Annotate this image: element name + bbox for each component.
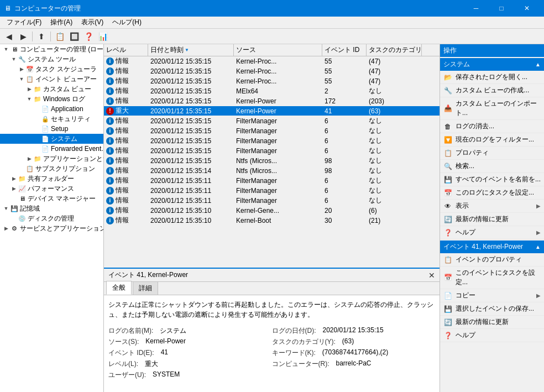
tree-item-event-viewer[interactable]: ▼ 📋 イベント ビューアー <box>0 74 103 84</box>
action-item[interactable]: 🔄 最新の情報に更新 <box>440 213 544 226</box>
tree-item-services-apps[interactable]: ▶ ⚙ サービスとアプリケーション <box>0 223 103 233</box>
detail-close-button[interactable]: ✕ <box>428 271 435 280</box>
level-text: 情報 <box>116 76 129 86</box>
tree-item-subscriptions[interactable]: 📋 サブスクリプション <box>0 164 103 174</box>
action-item[interactable]: 💾 すべてのイベントを名前を... <box>440 173 544 186</box>
action-item[interactable]: 📅 このイベントにタスクを設定... <box>440 266 544 289</box>
event-row[interactable]: i 情報 2020/01/12 15:35:15 MElx64 2 なし <box>104 86 440 96</box>
tree-item-system-tools[interactable]: ▼ 🔧 システム ツール <box>0 54 103 64</box>
level-text: 情報 <box>116 86 129 96</box>
event-row[interactable]: i 情報 2020/01/12 15:35:15 Kernel-Proc... … <box>104 66 440 76</box>
col-header-task[interactable]: タスクのカテゴリ <box>367 44 422 56</box>
action-item[interactable]: 📋 イベントのプロパティ <box>440 253 544 266</box>
action-item[interactable]: ❓ ヘルプ <box>440 329 544 342</box>
field-value: 2020/01/12 15:35:15 <box>323 326 384 336</box>
back-button[interactable]: ◀ <box>2 30 15 43</box>
action-label: コピー <box>456 291 475 300</box>
properties-button[interactable]: 🔲 <box>67 30 81 43</box>
cell-level: i 情報 <box>104 56 148 66</box>
event-row[interactable]: i 情報 2020/01/12 15:35:15 Kernel-Proc... … <box>104 76 440 86</box>
tab-general[interactable]: 全般 <box>106 281 132 295</box>
action-item[interactable]: 📋 プロパティ <box>440 147 544 160</box>
action-item[interactable]: 💾 選択したイベントの保存... <box>440 302 544 316</box>
tree-item-device-mgr[interactable]: 🖥 デバイス マネージャー <box>0 194 103 203</box>
cell-eventid: 6 <box>322 127 367 135</box>
level-icon: i <box>106 137 114 145</box>
col-header-eventid[interactable]: イベント ID <box>322 44 367 56</box>
event-row[interactable]: i 情報 2020/01/12 15:35:10 Kernel-Boot 30 … <box>104 216 440 226</box>
event-row[interactable]: i 情報 2020/01/12 15:35:11 FilterManager 6… <box>104 176 440 186</box>
event-row[interactable]: i 情報 2020/01/12 15:35:11 FilterManager 6… <box>104 186 440 196</box>
action-item[interactable]: 👁 表示 ▶ <box>440 200 544 213</box>
action-item[interactable]: 🔄 最新の情報に更新 <box>440 316 544 329</box>
action-item[interactable]: 📅 このログにタスクを設定... <box>440 186 544 200</box>
cell-source: Kernel-Boot <box>234 217 322 224</box>
event-row[interactable]: ! 重大 2020/01/12 15:35:15 Kernel-Power 41… <box>104 106 440 116</box>
event-row[interactable]: i 情報 2020/01/12 15:35:15 FilterManager 6… <box>104 126 440 136</box>
action-item[interactable]: 📥 カスタム ビューのインポート... <box>440 97 544 120</box>
detail-content: システムは正常にシャットダウンする前に再起動しました。このエラーは、システムの応… <box>104 295 440 392</box>
tree-item-storage[interactable]: ▼ 💾 記憶域 <box>0 203 103 213</box>
close-button[interactable]: ✕ <box>514 0 540 17</box>
cell-source: FilterManager <box>234 177 322 185</box>
sort-arrow-datetime: ▼ <box>185 48 189 53</box>
event-row[interactable]: i 情報 2020/01/12 15:35:11 FilterManager 6… <box>104 196 440 206</box>
system-tools-icon: 🔧 <box>18 55 27 64</box>
menu-action[interactable]: 操作(A) <box>46 17 77 28</box>
chart-button[interactable]: 📊 <box>96 30 109 43</box>
event-viewer-icon: 📋 <box>25 75 34 83</box>
tree-item-setup[interactable]: 📄 Setup <box>0 124 103 134</box>
detail-fields-left: ログの名前(M):システムソース(S):Kernel-Powerイベント ID(… <box>108 326 272 381</box>
tree-label-root: コンピューターの管理 (ローカル) <box>20 45 104 54</box>
event-row[interactable]: i 情報 2020/01/12 15:35:14 Ntfs (Micros...… <box>104 166 440 176</box>
help-button[interactable]: ❓ <box>82 30 95 43</box>
event-row[interactable]: i 情報 2020/01/12 15:35:15 FilterManager 6… <box>104 146 440 156</box>
col-header-level[interactable]: レベル <box>104 44 148 56</box>
detail-fields-right: ログの日付(D):2020/01/12 15:35:15タスクのカテゴリ(Y):… <box>272 326 436 381</box>
event-row[interactable]: i 情報 2020/01/12 15:35:15 FilterManager 6… <box>104 136 440 146</box>
col-header-datetime[interactable]: 日付と時刻 ▼ <box>148 44 234 56</box>
maximize-button[interactable]: □ <box>489 0 514 17</box>
action-item[interactable]: 📂 保存されたログを開く... <box>440 71 544 84</box>
tree-item-security[interactable]: 🔒 セキュリティ <box>0 114 103 124</box>
event-row[interactable]: i 情報 2020/01/12 15:35:15 FilterManager 6… <box>104 116 440 126</box>
tree-item-custom-view[interactable]: ▶ 📁 カスタム ビュー <box>0 84 103 94</box>
tree-item-apps-svc[interactable]: ▶ 📁 アプリケーションとサービ... <box>0 154 103 164</box>
actions-header-system[interactable]: システム ▲ <box>440 58 544 71</box>
minimize-button[interactable]: ─ <box>463 0 489 17</box>
actions-header-event[interactable]: イベント 41, Kernel-Power ▲ <box>440 241 544 253</box>
menu-help[interactable]: ヘルプ(H) <box>108 17 146 28</box>
tab-detail[interactable]: 詳細 <box>133 281 158 295</box>
action-item[interactable]: 🔍 検索... <box>440 160 544 173</box>
tree-item-shared[interactable]: ▶ 📁 共有フォルダー <box>0 174 103 184</box>
tree-item-task-scheduler[interactable]: ▶ 📅 タスク スケジューラ <box>0 64 103 74</box>
storage-icon: 💾 <box>10 204 19 213</box>
action-item[interactable]: 🔧 カスタム ビューの作成... <box>440 84 544 97</box>
event-row[interactable]: i 情報 2020/01/12 15:35:15 Kernel-Power 17… <box>104 96 440 106</box>
menu-file[interactable]: ファイル(F) <box>2 17 46 28</box>
menu-view[interactable]: 表示(V) <box>77 17 108 28</box>
title-bar-left: 🖥 コンピューターの管理 <box>4 4 81 13</box>
action-item[interactable]: 🗑 ログの消去... <box>440 120 544 133</box>
show-hide-button[interactable]: 📋 <box>53 30 66 43</box>
tree-item-application[interactable]: 📄 Application <box>0 104 103 114</box>
action-item[interactable]: 📄 コピー ▶ <box>440 289 544 302</box>
tree-item-forwarded[interactable]: 📄 Forwarded Event... <box>0 144 103 154</box>
actions-system-title: システム <box>443 60 470 69</box>
tree-item-root[interactable]: ▼ 🖥 コンピューターの管理 (ローカル) <box>0 44 103 54</box>
tree-item-system-log[interactable]: 📄 システム <box>0 134 103 144</box>
actions-event-title: イベント 41, Kernel-Power <box>443 242 523 252</box>
tree-item-performance[interactable]: ▶ 📈 パフォーマンス <box>0 184 103 194</box>
event-row[interactable]: i 情報 2020/01/12 15:35:15 Kernel-Proc... … <box>104 56 440 66</box>
event-row[interactable]: i 情報 2020/01/12 15:35:10 Kernel-Gene... … <box>104 206 440 216</box>
cell-level: i 情報 <box>104 76 148 86</box>
action-item[interactable]: 🔽 現在のログをフィルター... <box>440 133 544 147</box>
forward-button[interactable]: ▶ <box>17 30 30 43</box>
tree-item-disk-mgmt[interactable]: 💿 ディスクの管理 <box>0 213 103 223</box>
tree-item-windows-log[interactable]: ▼ 📁 Windows ログ <box>0 94 103 104</box>
event-row[interactable]: i 情報 2020/01/12 15:35:15 Ntfs (Micros...… <box>104 156 440 166</box>
action-item[interactable]: ❓ ヘルプ ▶ <box>440 226 544 239</box>
up-button[interactable]: ⬆ <box>35 30 48 43</box>
col-header-source[interactable]: ソース <box>234 44 322 56</box>
event-table-body[interactable]: i 情報 2020/01/12 15:35:15 Kernel-Proc... … <box>104 56 440 268</box>
